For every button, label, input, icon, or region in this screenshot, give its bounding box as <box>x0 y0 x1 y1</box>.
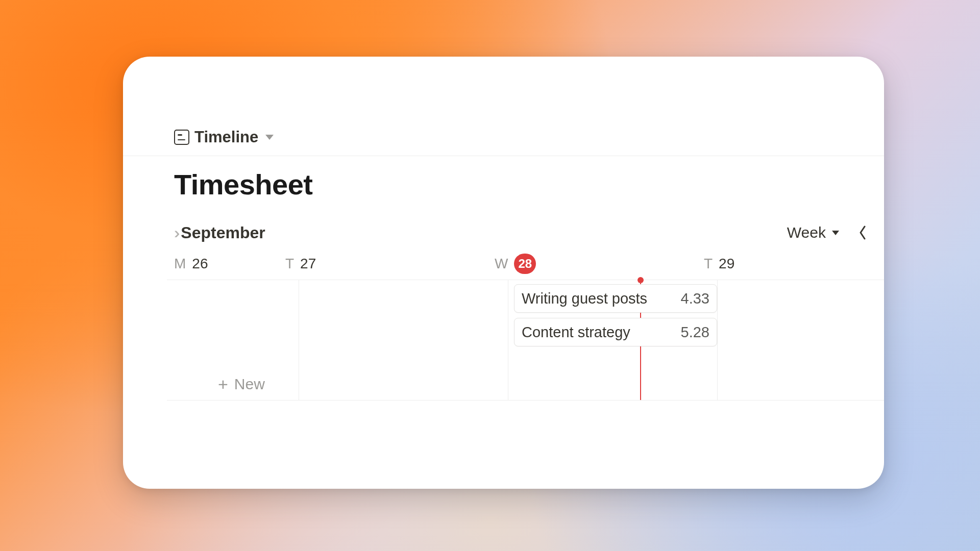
day-of-week: M <box>174 256 186 272</box>
grid-line <box>717 280 718 400</box>
timeline-entry[interactable]: Content strategy 5.28 <box>514 318 717 346</box>
view-tabs-row: Timeline <box>123 57 884 156</box>
plus-icon: + <box>218 375 228 393</box>
day-of-week: T <box>704 256 713 272</box>
entry-value: 5.28 <box>681 324 709 341</box>
range-selector-label: Week <box>787 224 826 241</box>
timeline-entry[interactable]: Writing guest posts 4.33 <box>514 284 717 313</box>
prev-button[interactable] <box>851 221 874 244</box>
view-tab-label: Timeline <box>194 128 258 146</box>
day-header: T 29 <box>673 249 884 278</box>
entry-title: Content strategy <box>522 324 630 341</box>
day-header: T 27 <box>255 249 464 278</box>
entry-value: 4.33 <box>681 290 709 307</box>
timeline-toolbar: ›› September Week <box>174 220 884 245</box>
chevron-left-icon <box>859 226 867 240</box>
chevron-down-icon <box>265 135 274 140</box>
grid-line <box>299 280 299 400</box>
day-of-week: T <box>285 256 294 272</box>
timeline-grid: Writing guest posts 4.33 Content strateg… <box>167 280 884 400</box>
timeline-icon <box>174 130 189 145</box>
new-entry-label: New <box>234 375 265 393</box>
chevron-down-icon <box>832 231 839 235</box>
expand-icon[interactable]: ›› <box>174 224 175 241</box>
now-indicator-dot <box>638 277 644 283</box>
background: Timeline Timesheet ›› September Week M 2… <box>0 0 980 551</box>
grid-line <box>508 280 508 400</box>
entry-title: Writing guest posts <box>522 290 647 307</box>
view-tab-timeline[interactable]: Timeline <box>174 128 274 146</box>
page-title: Timesheet <box>174 168 312 201</box>
day-header: W 28 <box>464 249 673 278</box>
app-card: Timeline Timesheet ›› September Week M 2… <box>123 57 884 489</box>
range-selector[interactable]: Week <box>787 224 839 241</box>
day-header: M 26 <box>123 249 255 278</box>
day-number: 26 <box>192 256 208 272</box>
new-entry-button[interactable]: + New <box>218 375 265 393</box>
today-badge: 28 <box>514 254 536 274</box>
day-number: 29 <box>719 256 734 272</box>
day-headers: M 26 T 27 W 28 T 29 <box>123 249 884 278</box>
day-of-week: W <box>495 256 508 272</box>
day-number: 27 <box>300 256 316 272</box>
timeline-month: September <box>181 223 265 242</box>
